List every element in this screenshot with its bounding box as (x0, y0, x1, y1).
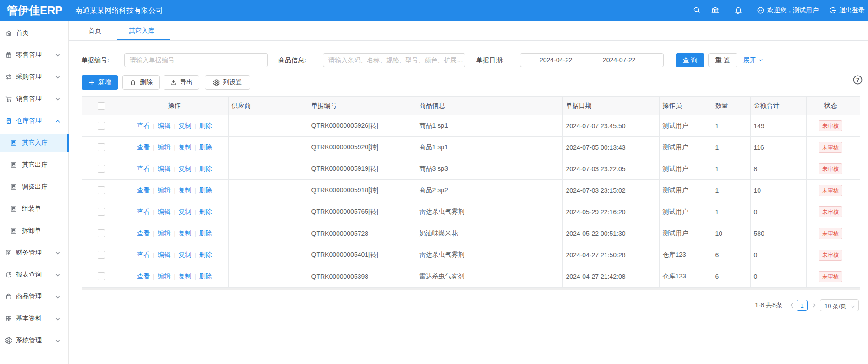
svg-text:?: ? (856, 77, 860, 83)
